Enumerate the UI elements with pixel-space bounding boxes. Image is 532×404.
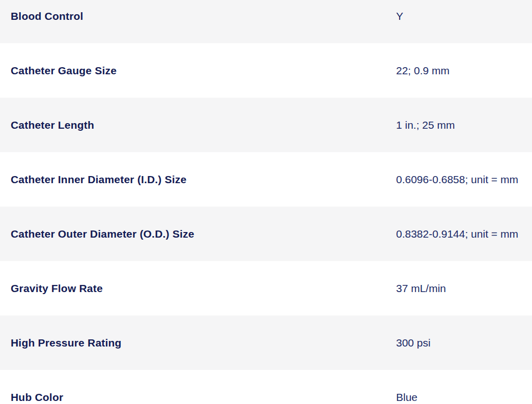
spec-label: Catheter Inner Diameter (I.D.) Size <box>11 174 396 186</box>
spec-value: 37 mL/min <box>396 282 532 295</box>
table-row: Catheter Outer Diameter (O.D.) Size 0.83… <box>0 207 532 261</box>
spec-value: Y <box>396 10 532 22</box>
spec-label: Hub Color <box>11 391 396 403</box>
spec-label: High Pressure Rating <box>11 337 396 349</box>
spec-value: Blue <box>396 391 532 403</box>
table-row: Catheter Inner Diameter (I.D.) Size 0.60… <box>0 152 532 207</box>
spec-value: 1 in.; 25 mm <box>396 119 532 131</box>
spec-value: 22; 0.9 mm <box>396 65 532 77</box>
spec-label: Catheter Outer Diameter (O.D.) Size <box>11 228 396 240</box>
spec-label: Blood Control <box>11 10 396 22</box>
specifications-table: Blood Control Y Catheter Gauge Size 22; … <box>0 0 532 404</box>
spec-value: 300 psi <box>396 337 532 349</box>
table-row: High Pressure Rating 300 psi <box>0 315 532 370</box>
table-row: Hub Color Blue <box>0 370 532 404</box>
table-row: Gravity Flow Rate 37 mL/min <box>0 261 532 315</box>
spec-label: Gravity Flow Rate <box>11 282 396 295</box>
spec-value: 0.6096-0.6858; unit = mm <box>396 174 532 186</box>
table-row: Catheter Length 1 in.; 25 mm <box>0 98 532 152</box>
spec-label: Catheter Gauge Size <box>11 65 396 77</box>
table-row: Blood Control Y <box>0 0 532 43</box>
spec-value: 0.8382-0.9144; unit = mm <box>396 228 532 240</box>
table-row: Catheter Gauge Size 22; 0.9 mm <box>0 43 532 98</box>
spec-label: Catheter Length <box>11 119 396 131</box>
